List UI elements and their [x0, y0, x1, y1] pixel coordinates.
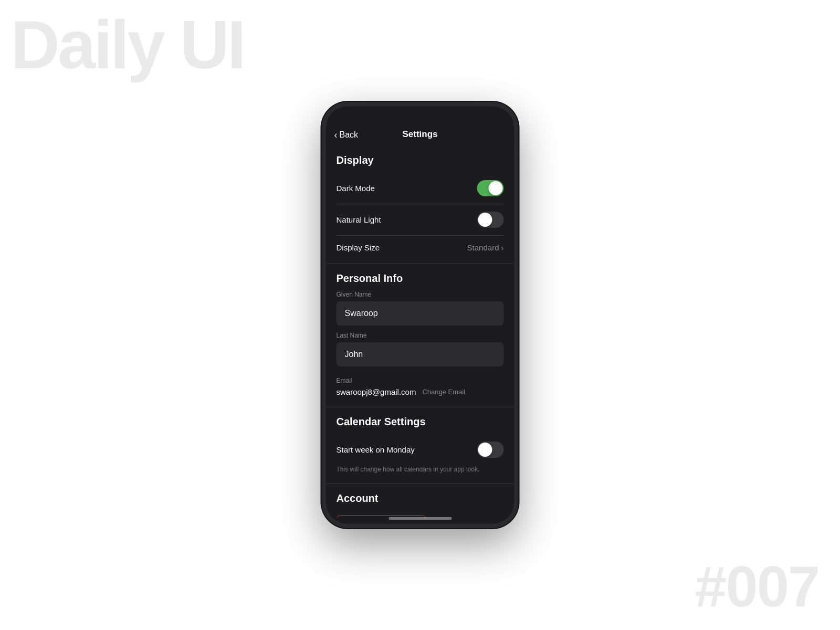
dark-mode-toggle-thumb	[489, 181, 503, 195]
given-name-group: Given Name	[337, 291, 504, 326]
email-address: swaroopj8@gmail.com	[337, 387, 416, 396]
email-value-row: swaroopj8@gmail.com Change Email	[337, 387, 504, 396]
email-label: Email	[337, 377, 504, 384]
natural-light-label: Natural Light	[337, 215, 381, 224]
back-button[interactable]: ‹ Back	[334, 130, 359, 140]
display-size-text: Standard	[467, 243, 499, 252]
chevron-right-icon: ›	[501, 243, 504, 252]
watermark-number: #007	[695, 553, 819, 620]
start-week-row: Start week on Monday	[337, 434, 504, 465]
last-name-input[interactable]	[337, 342, 504, 366]
given-name-label: Given Name	[337, 291, 504, 298]
start-week-subtext: This will change how all calendars in yo…	[337, 465, 504, 479]
personal-info-section: Personal Info Given Name Last Name Email	[326, 264, 514, 403]
display-size-row[interactable]: Display Size Standard ›	[337, 236, 504, 259]
natural-light-row: Natural Light	[337, 204, 504, 235]
display-section-title: Display	[337, 146, 504, 173]
start-week-toggle[interactable]	[477, 442, 504, 458]
dark-mode-toggle[interactable]	[477, 180, 504, 196]
watermark-title: Daily UI	[10, 5, 244, 84]
last-name-group: Last Name	[337, 332, 504, 366]
last-name-label: Last Name	[337, 332, 504, 339]
back-label: Back	[340, 130, 359, 140]
natural-light-toggle[interactable]	[477, 212, 504, 228]
account-section: Account Delete My Account	[326, 484, 514, 518]
natural-light-toggle-thumb	[478, 213, 492, 227]
email-row: Email swaroopj8@gmail.com Change Email	[337, 373, 504, 403]
dark-mode-label: Dark Mode	[337, 184, 375, 193]
account-section-title: Account	[337, 484, 504, 511]
display-size-value[interactable]: Standard ›	[467, 243, 504, 252]
phone-content: ‹ Back Settings Display Dark Mode	[326, 106, 514, 524]
calendar-section: Calendar Settings Start week on Monday T…	[326, 407, 514, 479]
notch	[381, 106, 459, 121]
scroll-content[interactable]: Display Dark Mode Natural Light	[326, 146, 514, 518]
home-indicator	[388, 517, 452, 520]
change-email-button[interactable]: Change Email	[422, 388, 465, 396]
back-chevron-icon: ‹	[334, 130, 338, 140]
phone-frame: ‹ Back Settings Display Dark Mode	[322, 102, 519, 528]
personal-info-title: Personal Info	[337, 264, 504, 291]
given-name-input[interactable]	[337, 301, 504, 326]
display-section: Display Dark Mode Natural Light	[326, 146, 514, 259]
dark-mode-row: Dark Mode	[337, 173, 504, 204]
calendar-section-title: Calendar Settings	[337, 407, 504, 434]
display-size-label: Display Size	[337, 243, 380, 252]
start-week-label: Start week on Monday	[337, 445, 415, 454]
phone-wrapper: ‹ Back Settings Display Dark Mode	[322, 102, 519, 528]
nav-title: Settings	[402, 129, 437, 140]
start-week-toggle-thumb	[478, 443, 492, 457]
